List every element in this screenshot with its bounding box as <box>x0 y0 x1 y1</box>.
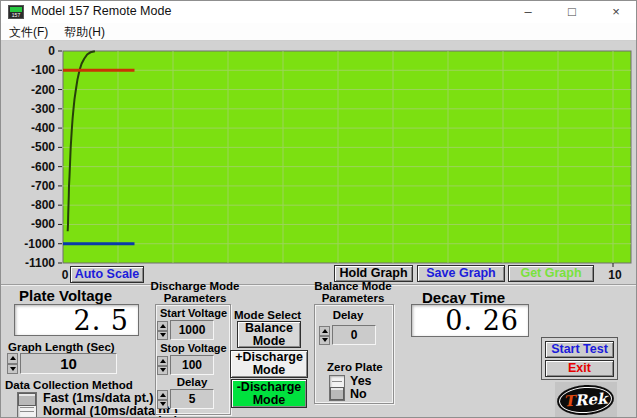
svg-text:-700: -700 <box>31 179 55 193</box>
app-icon-label: 157 <box>9 12 23 18</box>
svg-text:0: 0 <box>48 44 55 58</box>
svg-text:-900: -900 <box>31 217 55 231</box>
mode-select-label: Mode Select <box>234 309 301 321</box>
plate-voltage-display: 2. 5 <box>14 304 139 336</box>
start-voltage-value[interactable]: 1000 <box>170 320 214 340</box>
graph-length-value[interactable]: 10 <box>20 353 117 374</box>
voltage-decay-chart: 0-100-200-300-400-500-600-700-800-900-10… <box>1 41 637 286</box>
option-fast-label[interactable]: Fast (1ms/data pt.) <box>43 391 153 405</box>
discharge-delay-stepper[interactable] <box>157 390 168 409</box>
balance-title-line2: Parameters <box>311 292 395 304</box>
decrement-icon[interactable] <box>157 331 168 341</box>
start-test-button[interactable]: Start Test <box>545 341 614 358</box>
positive-discharge-mode-button[interactable]: +Discharge Mode <box>230 350 308 378</box>
switch-handle-icon[interactable] <box>18 393 36 406</box>
svg-text:-300: -300 <box>31 102 55 116</box>
decrement-icon[interactable] <box>319 336 330 346</box>
svg-text:0: 0 <box>62 268 69 282</box>
trek-logo: TRek <box>555 382 617 418</box>
trek-logo-ellipse: TRek <box>556 383 615 417</box>
auto-scale-button[interactable]: Auto Scale <box>70 266 144 283</box>
discharge-delay-label: Delay <box>170 376 214 388</box>
increment-icon[interactable] <box>319 326 330 336</box>
svg-text:-600: -600 <box>31 160 55 174</box>
close-icon[interactable]: × <box>594 1 637 23</box>
svg-text:-400: -400 <box>31 121 55 135</box>
menu-file[interactable]: 文件(F) <box>1 23 56 41</box>
maximize-icon[interactable]: □ <box>550 1 594 23</box>
svg-text:10: 10 <box>608 268 622 282</box>
increment-icon[interactable] <box>157 390 168 400</box>
svg-text:-1000: -1000 <box>24 237 55 251</box>
data-collection-switch[interactable] <box>17 392 37 418</box>
svg-text:-100: -100 <box>31 63 55 77</box>
app-icon: 157 <box>8 5 24 19</box>
save-graph-button[interactable]: Save Graph <box>417 265 505 282</box>
exit-button[interactable]: Exit <box>545 360 614 377</box>
increment-icon[interactable] <box>157 321 168 331</box>
data-collection-label: Data Collection Method <box>5 379 133 391</box>
zero-plate-no-label[interactable]: No <box>350 387 367 401</box>
balance-delay-label: Delay <box>326 309 370 321</box>
graph-length-stepper[interactable] <box>7 353 18 374</box>
svg-text:-200: -200 <box>31 83 55 97</box>
switch-grip-icon <box>332 381 342 382</box>
switch-grip-icon <box>20 411 34 412</box>
zero-plate-switch[interactable] <box>329 375 345 401</box>
negative-discharge-mode-button[interactable]: -Discharge Mode <box>231 379 307 408</box>
balance-delay-value[interactable]: 0 <box>332 325 376 345</box>
decrement-icon[interactable] <box>157 366 168 376</box>
start-voltage-label: Start Voltage <box>158 307 229 319</box>
get-graph-button[interactable]: Get Graph <box>508 265 594 282</box>
switch-handle-icon[interactable] <box>330 387 344 400</box>
menu-bar: 文件(F) 帮助(H) <box>1 23 637 41</box>
svg-text:-800: -800 <box>31 198 55 212</box>
increment-icon[interactable] <box>7 353 18 364</box>
balance-mode-button[interactable]: Balance Mode <box>237 321 301 348</box>
decay-time-display: 0. 26 <box>411 304 529 337</box>
stop-voltage-value[interactable]: 100 <box>170 355 214 375</box>
decrement-icon[interactable] <box>7 364 18 375</box>
action-buttons-frame: Start Test Exit <box>541 337 618 380</box>
zero-plate-label: Zero Plate <box>327 361 383 373</box>
trek-logo-rest: Rek <box>574 390 608 410</box>
minimize-icon[interactable]: – <box>506 1 550 23</box>
discharge-title-line1: Discharge Mode <box>149 280 241 292</box>
graph-length-label: Graph Length (Sec) <box>8 341 115 353</box>
stop-voltage-label: Stop Voltage <box>158 342 229 354</box>
title-bar: 157 Model 157 Remote Mode – □ × <box>1 1 637 23</box>
zero-plate-yes-label[interactable]: Yes <box>350 374 372 388</box>
start-voltage-stepper[interactable] <box>157 321 168 340</box>
menu-help[interactable]: 帮助(H) <box>56 23 113 41</box>
window-title: Model 157 Remote Mode <box>31 4 171 18</box>
balance-title-line1: Balance Mode <box>311 280 395 292</box>
discharge-delay-value[interactable]: 5 <box>170 389 214 409</box>
svg-text:-1100: -1100 <box>25 256 55 270</box>
discharge-title-line2: Parameters <box>149 292 241 304</box>
app-window: 157 Model 157 Remote Mode – □ × 文件(F) 帮助… <box>0 0 637 418</box>
switch-grip-icon <box>20 407 34 408</box>
increment-icon[interactable] <box>157 356 168 366</box>
svg-text:-500: -500 <box>31 140 55 154</box>
stop-voltage-stepper[interactable] <box>157 356 168 375</box>
plate-voltage-title: Plate Voltage <box>19 287 112 304</box>
balance-delay-stepper[interactable] <box>319 326 330 345</box>
decrement-icon[interactable] <box>157 400 168 410</box>
